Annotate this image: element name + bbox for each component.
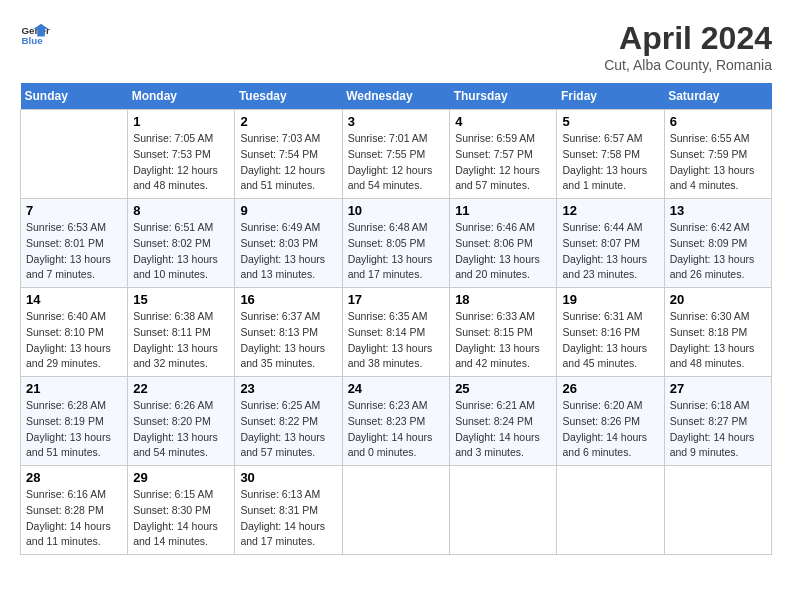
day-info: Sunrise: 6:49 AM Sunset: 8:03 PM Dayligh… [240,220,336,283]
calendar-cell: 27Sunrise: 6:18 AM Sunset: 8:27 PM Dayli… [664,377,771,466]
day-number: 11 [455,203,551,218]
calendar-cell [664,466,771,555]
weekday-header-saturday: Saturday [664,83,771,110]
location-subtitle: Cut, Alba County, Romania [604,57,772,73]
day-info: Sunrise: 6:18 AM Sunset: 8:27 PM Dayligh… [670,398,766,461]
calendar-cell: 4Sunrise: 6:59 AM Sunset: 7:57 PM Daylig… [450,110,557,199]
calendar-cell: 9Sunrise: 6:49 AM Sunset: 8:03 PM Daylig… [235,199,342,288]
day-info: Sunrise: 6:26 AM Sunset: 8:20 PM Dayligh… [133,398,229,461]
day-info: Sunrise: 6:13 AM Sunset: 8:31 PM Dayligh… [240,487,336,550]
day-info: Sunrise: 6:33 AM Sunset: 8:15 PM Dayligh… [455,309,551,372]
calendar-cell: 22Sunrise: 6:26 AM Sunset: 8:20 PM Dayli… [128,377,235,466]
day-info: Sunrise: 6:46 AM Sunset: 8:06 PM Dayligh… [455,220,551,283]
calendar-cell: 30Sunrise: 6:13 AM Sunset: 8:31 PM Dayli… [235,466,342,555]
day-number: 18 [455,292,551,307]
calendar-cell [342,466,450,555]
day-number: 13 [670,203,766,218]
day-info: Sunrise: 6:28 AM Sunset: 8:19 PM Dayligh… [26,398,122,461]
day-number: 16 [240,292,336,307]
day-number: 20 [670,292,766,307]
day-info: Sunrise: 6:35 AM Sunset: 8:14 PM Dayligh… [348,309,445,372]
day-number: 1 [133,114,229,129]
calendar-cell [557,466,664,555]
calendar-cell: 11Sunrise: 6:46 AM Sunset: 8:06 PM Dayli… [450,199,557,288]
weekday-header-row: SundayMondayTuesdayWednesdayThursdayFrid… [21,83,772,110]
day-info: Sunrise: 6:25 AM Sunset: 8:22 PM Dayligh… [240,398,336,461]
calendar-cell: 23Sunrise: 6:25 AM Sunset: 8:22 PM Dayli… [235,377,342,466]
day-info: Sunrise: 7:01 AM Sunset: 7:55 PM Dayligh… [348,131,445,194]
weekday-header-friday: Friday [557,83,664,110]
day-number: 17 [348,292,445,307]
title-block: April 2024 Cut, Alba County, Romania [604,20,772,73]
day-number: 14 [26,292,122,307]
day-info: Sunrise: 6:15 AM Sunset: 8:30 PM Dayligh… [133,487,229,550]
calendar-body: 1Sunrise: 7:05 AM Sunset: 7:53 PM Daylig… [21,110,772,555]
day-number: 5 [562,114,658,129]
calendar-week-2: 7Sunrise: 6:53 AM Sunset: 8:01 PM Daylig… [21,199,772,288]
calendar-week-5: 28Sunrise: 6:16 AM Sunset: 8:28 PM Dayli… [21,466,772,555]
day-info: Sunrise: 7:03 AM Sunset: 7:54 PM Dayligh… [240,131,336,194]
month-title: April 2024 [604,20,772,57]
day-info: Sunrise: 6:31 AM Sunset: 8:16 PM Dayligh… [562,309,658,372]
calendar-cell: 21Sunrise: 6:28 AM Sunset: 8:19 PM Dayli… [21,377,128,466]
weekday-header-monday: Monday [128,83,235,110]
calendar-cell: 12Sunrise: 6:44 AM Sunset: 8:07 PM Dayli… [557,199,664,288]
calendar-cell: 8Sunrise: 6:51 AM Sunset: 8:02 PM Daylig… [128,199,235,288]
day-info: Sunrise: 6:59 AM Sunset: 7:57 PM Dayligh… [455,131,551,194]
day-info: Sunrise: 6:38 AM Sunset: 8:11 PM Dayligh… [133,309,229,372]
day-number: 26 [562,381,658,396]
day-info: Sunrise: 6:48 AM Sunset: 8:05 PM Dayligh… [348,220,445,283]
calendar-cell: 10Sunrise: 6:48 AM Sunset: 8:05 PM Dayli… [342,199,450,288]
calendar-cell: 18Sunrise: 6:33 AM Sunset: 8:15 PM Dayli… [450,288,557,377]
day-number: 4 [455,114,551,129]
day-number: 28 [26,470,122,485]
day-number: 6 [670,114,766,129]
calendar-cell: 20Sunrise: 6:30 AM Sunset: 8:18 PM Dayli… [664,288,771,377]
calendar-cell: 5Sunrise: 6:57 AM Sunset: 7:58 PM Daylig… [557,110,664,199]
page-header: General Blue April 2024 Cut, Alba County… [20,20,772,73]
logo: General Blue [20,20,50,50]
calendar-cell: 17Sunrise: 6:35 AM Sunset: 8:14 PM Dayli… [342,288,450,377]
day-number: 8 [133,203,229,218]
calendar-cell: 1Sunrise: 7:05 AM Sunset: 7:53 PM Daylig… [128,110,235,199]
day-number: 2 [240,114,336,129]
day-info: Sunrise: 6:55 AM Sunset: 7:59 PM Dayligh… [670,131,766,194]
calendar-cell: 15Sunrise: 6:38 AM Sunset: 8:11 PM Dayli… [128,288,235,377]
calendar-week-1: 1Sunrise: 7:05 AM Sunset: 7:53 PM Daylig… [21,110,772,199]
calendar-cell: 14Sunrise: 6:40 AM Sunset: 8:10 PM Dayli… [21,288,128,377]
calendar-cell: 26Sunrise: 6:20 AM Sunset: 8:26 PM Dayli… [557,377,664,466]
calendar-cell [21,110,128,199]
day-info: Sunrise: 6:53 AM Sunset: 8:01 PM Dayligh… [26,220,122,283]
weekday-header-sunday: Sunday [21,83,128,110]
day-number: 3 [348,114,445,129]
day-info: Sunrise: 6:30 AM Sunset: 8:18 PM Dayligh… [670,309,766,372]
day-number: 22 [133,381,229,396]
calendar-cell: 2Sunrise: 7:03 AM Sunset: 7:54 PM Daylig… [235,110,342,199]
weekday-header-wednesday: Wednesday [342,83,450,110]
day-info: Sunrise: 6:42 AM Sunset: 8:09 PM Dayligh… [670,220,766,283]
calendar-cell [450,466,557,555]
day-info: Sunrise: 6:21 AM Sunset: 8:24 PM Dayligh… [455,398,551,461]
day-number: 23 [240,381,336,396]
day-info: Sunrise: 6:23 AM Sunset: 8:23 PM Dayligh… [348,398,445,461]
calendar-cell: 25Sunrise: 6:21 AM Sunset: 8:24 PM Dayli… [450,377,557,466]
day-info: Sunrise: 6:16 AM Sunset: 8:28 PM Dayligh… [26,487,122,550]
day-info: Sunrise: 6:40 AM Sunset: 8:10 PM Dayligh… [26,309,122,372]
calendar-cell: 29Sunrise: 6:15 AM Sunset: 8:30 PM Dayli… [128,466,235,555]
weekday-header-thursday: Thursday [450,83,557,110]
day-info: Sunrise: 6:51 AM Sunset: 8:02 PM Dayligh… [133,220,229,283]
day-number: 10 [348,203,445,218]
day-info: Sunrise: 6:44 AM Sunset: 8:07 PM Dayligh… [562,220,658,283]
day-number: 21 [26,381,122,396]
calendar-cell: 3Sunrise: 7:01 AM Sunset: 7:55 PM Daylig… [342,110,450,199]
day-number: 24 [348,381,445,396]
svg-text:General: General [22,25,51,36]
calendar-cell: 7Sunrise: 6:53 AM Sunset: 8:01 PM Daylig… [21,199,128,288]
weekday-header-tuesday: Tuesday [235,83,342,110]
day-number: 7 [26,203,122,218]
calendar-cell: 28Sunrise: 6:16 AM Sunset: 8:28 PM Dayli… [21,466,128,555]
calendar-table: SundayMondayTuesdayWednesdayThursdayFrid… [20,83,772,555]
day-number: 12 [562,203,658,218]
calendar-cell: 24Sunrise: 6:23 AM Sunset: 8:23 PM Dayli… [342,377,450,466]
calendar-cell: 16Sunrise: 6:37 AM Sunset: 8:13 PM Dayli… [235,288,342,377]
